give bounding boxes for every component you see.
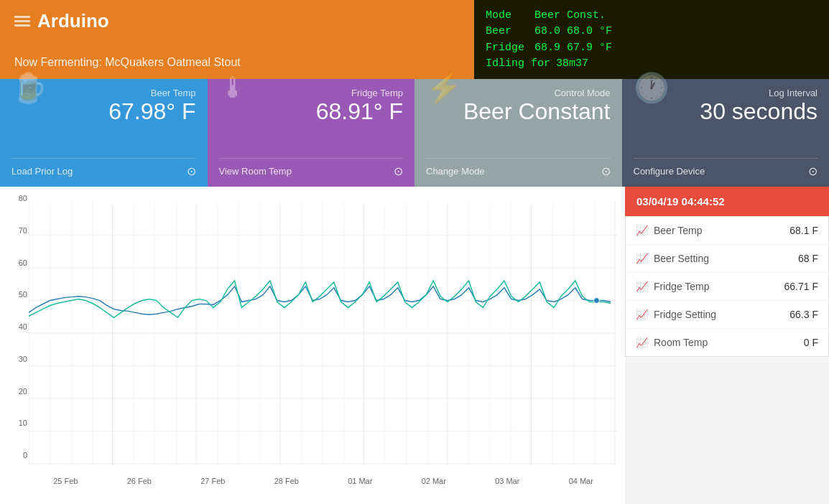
now-fermenting: Now Fermenting: McQuakers Oatmeal Stout [14,56,460,69]
arrow-icon-fridge-temp: ⊙ [394,164,403,178]
card-label-beer-temp: Beer Temp [108,88,195,98]
card-value-log-interval: 30 seconds [700,98,818,125]
lcd-row: Idling for38m37 [486,57,818,70]
card-value-fridge-temp: 68.91° F [316,98,403,125]
card-value-control-mode: Beer Constant [463,98,611,125]
card-label-log-interval: Log Interval [700,88,818,98]
card-footer-beer-temp[interactable]: Load Prior Log ⊙ [11,158,196,178]
card-beer-temp: 🍺 Beer Temp 67.98° F Load Prior Log ⊙ [0,79,208,187]
y-axis: 01020304050607080 [7,194,27,459]
readings-list: 📈 Beer Temp 68.1 F 📈 Beer Setting 68 F 📈… [625,216,829,357]
svg-point-37 [593,298,599,304]
x-axis: 25 Feb26 Feb27 Feb28 Feb01 Mar02 Mar03 M… [29,477,618,485]
trend-icon: 📈 [636,253,648,264]
reading-item: 📈 Beer Setting 68 F [626,245,828,273]
arduino-panel: Arduino Now Fermenting: McQuakers Oatmea… [0,0,474,79]
app-title: Arduino [14,10,460,32]
card-icon-beer-temp: 🍺 [11,71,47,105]
arrow-icon-log-interval: ⊙ [808,164,818,178]
menu-icon[interactable] [14,16,30,27]
card-label-fridge-temp: Fridge Temp [316,88,403,98]
arrow-icon-beer-temp: ⊙ [187,164,196,178]
lcd-row: Beer68.0 68.0 °F [486,25,818,37]
side-panel: 03/04/19 04:44:52 📈 Beer Temp 68.1 F 📈 B… [625,187,829,504]
card-footer-control-mode[interactable]: Change Mode ⊙ [426,158,611,178]
lcd-row: ModeBeer Const. [486,9,818,22]
card-log-interval: 🕐 Log Interval 30 seconds Configure Devi… [622,79,830,187]
card-icon-log-interval: 🕐 [634,71,670,105]
card-value-beer-temp: 67.98° F [108,98,195,125]
card-label-control-mode: Control Mode [463,88,611,98]
reading-item: 📈 Beer Temp 68.1 F [626,217,828,245]
card-icon-control-mode: ⚡ [426,71,462,105]
card-icon-fridge-temp: 🌡 [219,72,248,104]
card-fridge-temp: 🌡 Fridge Temp 68.91° F View Room Temp ⊙ [208,79,415,187]
arrow-icon-control-mode: ⊙ [601,164,611,178]
trend-icon: 📈 [636,309,648,320]
timestamp: 03/04/19 04:44:52 [625,187,829,216]
card-footer-fridge-temp[interactable]: View Room Temp ⊙ [219,158,404,178]
trend-icon: 📈 [636,225,648,236]
chart-container: 01020304050607080 [0,187,625,504]
card-control-mode: ⚡ Control Mode Beer Constant Change Mode… [414,79,622,187]
lcd-row: Fridge68.9 67.9 °F [486,42,818,54]
trend-icon: 📈 [636,337,648,348]
card-footer-log-interval[interactable]: Configure Device ⊙ [634,158,818,178]
reading-item: 📈 Fridge Setting 66.3 F [626,301,828,329]
lcd-display: ModeBeer Const.Beer68.0 68.0 °FFridge68.… [474,0,829,79]
trend-icon: 📈 [636,281,648,292]
reading-item: 📈 Fridge Temp 66.71 F [626,273,828,301]
reading-item: 📈 Room Temp 0 F [626,329,828,356]
temperature-chart [29,194,618,474]
